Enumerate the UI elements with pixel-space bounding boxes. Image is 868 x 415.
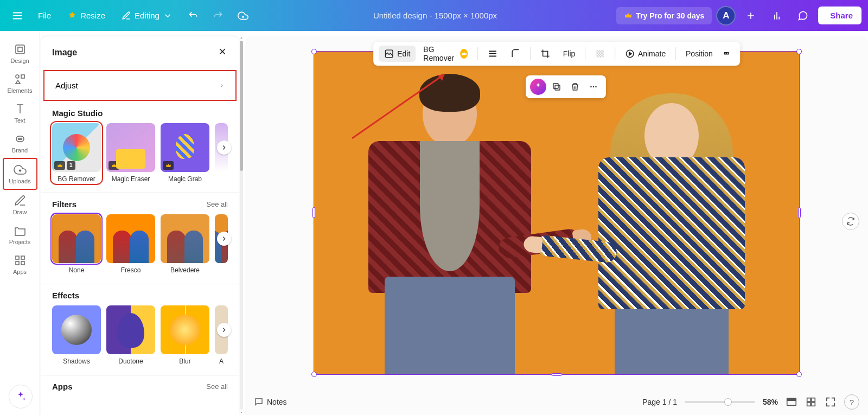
svg-rect-12 xyxy=(596,50,604,58)
svg-rect-30 xyxy=(812,403,815,406)
selection-handle[interactable] xyxy=(798,207,801,218)
notes-button[interactable]: Notes xyxy=(254,397,287,407)
document-title[interactable]: Untitled design - 1500px × 1000px xyxy=(254,11,616,20)
insights-icon[interactable] xyxy=(766,5,788,27)
undo-button[interactable] xyxy=(182,5,204,27)
crown-icon xyxy=(460,49,468,59)
svg-rect-27 xyxy=(807,398,810,401)
svg-point-5 xyxy=(18,138,20,140)
page-indicator[interactable]: Page 1 / 1 xyxy=(642,398,677,406)
image-panel: Image Adjust Magic Studio xyxy=(41,36,239,415)
svg-rect-18 xyxy=(555,85,560,90)
zoom-slider[interactable] xyxy=(685,401,755,403)
try-pro-button[interactable]: Try Pro for 30 days xyxy=(616,7,712,24)
ctx-bg-remover-button[interactable]: BG Remover xyxy=(418,42,473,66)
selection-handle[interactable] xyxy=(796,49,802,54)
ctx-edit-button[interactable]: Edit xyxy=(379,46,416,62)
magic-fab[interactable] xyxy=(9,385,33,408)
crown-icon xyxy=(163,161,174,170)
effect-shadows[interactable]: Shadows xyxy=(52,305,101,365)
adjust-row[interactable]: Adjust xyxy=(43,70,237,101)
chevron-right-icon xyxy=(219,81,225,90)
svg-point-2 xyxy=(16,75,19,78)
cloud-sync-icon[interactable] xyxy=(232,5,254,27)
canvas-area: Edit BG Remover Flip Animate Position xyxy=(245,36,868,415)
comment-icon[interactable] xyxy=(792,5,814,27)
close-panel-button[interactable] xyxy=(217,46,228,59)
nav-apps[interactable]: Apps xyxy=(3,250,37,279)
adjust-label: Adjust xyxy=(55,81,78,90)
resize-menu[interactable]: Resize xyxy=(61,7,112,25)
panel-scrollbar[interactable] xyxy=(239,31,244,415)
svg-point-20 xyxy=(590,86,592,87)
tool-magic-eraser[interactable]: Magic Eraser xyxy=(106,123,155,183)
filters-see-all[interactable]: See all xyxy=(206,200,228,208)
effect-blur[interactable]: Blur xyxy=(161,305,209,365)
svg-rect-7 xyxy=(16,256,19,259)
view-single-icon[interactable] xyxy=(786,396,797,408)
scroll-right-button[interactable] xyxy=(217,141,231,155)
ctx-position-button[interactable]: Position xyxy=(680,46,718,61)
scroll-right-button[interactable] xyxy=(217,232,231,246)
tool-bg-remover[interactable]: 1 BG Remover xyxy=(52,123,101,183)
crown-icon xyxy=(54,161,65,170)
tool-magic-grab[interactable]: Magic Grab xyxy=(161,123,209,183)
ctx-corner-icon[interactable] xyxy=(505,46,526,62)
svg-rect-29 xyxy=(807,403,810,406)
redo-button[interactable] xyxy=(207,5,229,27)
selection-handle[interactable] xyxy=(311,372,317,377)
nav-brand[interactable]: Brand xyxy=(3,128,37,158)
editing-menu[interactable]: Editing xyxy=(115,7,179,25)
delete-button[interactable] xyxy=(567,79,583,95)
bottom-bar: Notes Page 1 / 1 58% ? xyxy=(245,389,868,415)
element-float-toolbar xyxy=(526,75,606,98)
ctx-lines-icon[interactable] xyxy=(482,46,503,62)
svg-rect-28 xyxy=(812,398,815,401)
sync-button[interactable] xyxy=(842,213,859,230)
selection-handle[interactable] xyxy=(311,49,317,54)
filter-fresco[interactable]: Fresco xyxy=(106,214,155,274)
plus-button[interactable] xyxy=(740,5,762,27)
nav-uploads[interactable]: Uploads xyxy=(3,158,37,190)
selection-handle[interactable] xyxy=(551,373,562,376)
user-avatar[interactable]: A xyxy=(716,6,736,25)
svg-rect-0 xyxy=(16,45,24,54)
nav-projects[interactable]: Projects xyxy=(3,220,37,250)
ctx-transparency-button[interactable] xyxy=(590,46,610,62)
image-person-woman xyxy=(582,87,761,374)
nav-elements[interactable]: Elements xyxy=(3,68,37,98)
svg-point-6 xyxy=(20,138,22,140)
duplicate-button[interactable] xyxy=(548,79,565,95)
file-menu[interactable]: File xyxy=(31,7,58,24)
canvas[interactable] xyxy=(314,51,800,375)
svg-point-22 xyxy=(595,86,597,87)
svg-rect-1 xyxy=(18,47,22,52)
apps-title: Apps xyxy=(52,382,73,391)
panel-title: Image xyxy=(52,48,77,58)
ctx-crop-button[interactable] xyxy=(535,46,556,62)
ctx-flip-button[interactable]: Flip xyxy=(558,46,581,61)
context-toolbar: Edit BG Remover Flip Animate Position xyxy=(373,42,740,66)
view-grid-icon[interactable] xyxy=(805,396,817,408)
apps-see-all[interactable]: See all xyxy=(206,382,228,391)
nav-design[interactable]: Design xyxy=(3,39,37,68)
menu-hamburger[interactable] xyxy=(7,5,28,27)
share-button[interactable]: Share xyxy=(818,7,861,24)
nav-draw[interactable]: Draw xyxy=(3,190,37,220)
magic-button[interactable] xyxy=(530,79,546,95)
help-button[interactable]: ? xyxy=(844,394,859,410)
filters-title: Filters xyxy=(52,200,76,209)
ctx-more-icon[interactable] xyxy=(720,46,735,62)
selection-handle[interactable] xyxy=(796,372,802,377)
scroll-right-button[interactable] xyxy=(217,323,231,337)
image-person-man xyxy=(352,71,547,374)
more-button[interactable] xyxy=(585,79,602,95)
ctx-animate-button[interactable]: Animate xyxy=(620,46,671,62)
filter-belvedere[interactable]: Belvedere xyxy=(161,214,209,274)
selection-handle[interactable] xyxy=(312,207,315,218)
effect-duotone[interactable]: Duotone xyxy=(106,305,155,365)
filter-none[interactable]: None xyxy=(52,214,101,274)
nav-text[interactable]: Text xyxy=(3,98,37,128)
fullscreen-icon[interactable] xyxy=(825,396,837,408)
zoom-value[interactable]: 58% xyxy=(763,398,778,406)
